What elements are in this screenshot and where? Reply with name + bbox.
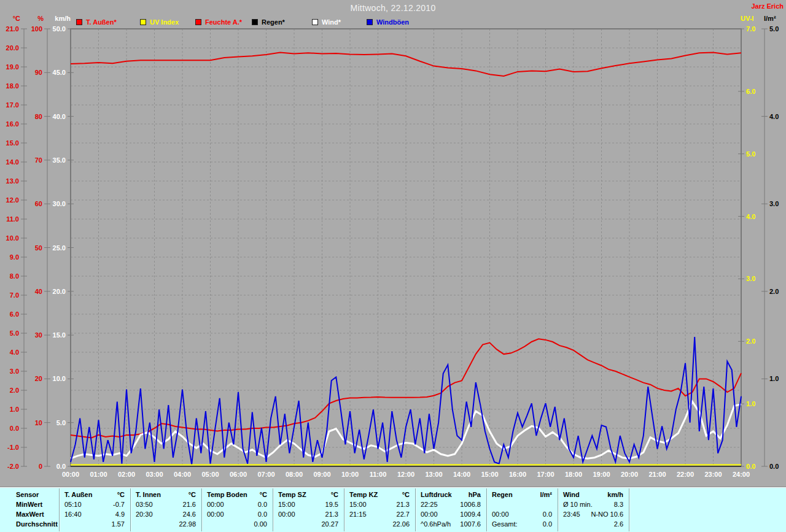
uv-tick-label: 1.0 bbox=[746, 400, 755, 407]
wind-tick-label: 30.0 bbox=[53, 200, 66, 207]
x-axis-label: 09:00 bbox=[313, 471, 330, 478]
column-unit: °C bbox=[131, 491, 196, 499]
x-axis-label: 15:00 bbox=[481, 471, 498, 478]
x-axis-label: 00:00 bbox=[62, 471, 79, 478]
wind-tick-label: 5.0 bbox=[56, 419, 66, 426]
wind-tick-label: 35.0 bbox=[53, 156, 66, 164]
temp-tick-label: 3.0 bbox=[10, 368, 19, 375]
temp-tick-label: 7.0 bbox=[10, 291, 19, 299]
value-number: 0.0 bbox=[202, 511, 267, 519]
temp-tick-label: 12.0 bbox=[6, 196, 19, 204]
hum-tick-label: 10 bbox=[35, 419, 42, 426]
hum-tick-label: 50 bbox=[35, 244, 42, 252]
value-number: 0.0 bbox=[487, 511, 552, 519]
row-header: Sensor bbox=[16, 491, 39, 499]
column-unit: km/h bbox=[558, 491, 623, 499]
value-number: 21.3 bbox=[273, 511, 338, 519]
hum-tick-label: 0 bbox=[39, 463, 42, 470]
wind-tick-label: 40.0 bbox=[53, 113, 66, 120]
temp-tick-label: 9.0 bbox=[10, 253, 19, 261]
value-number: 24.6 bbox=[131, 511, 196, 519]
wind-tick-label: 10.0 bbox=[53, 375, 66, 382]
x-axis-label: 16:00 bbox=[509, 471, 526, 478]
temp-tick-label: 19.0 bbox=[6, 63, 19, 71]
temp-tick-label: 8.0 bbox=[10, 272, 19, 280]
temp-tick-label: 5.0 bbox=[10, 330, 19, 337]
value-number: 1006.8 bbox=[416, 501, 481, 509]
uv-tick-label: 0.0 bbox=[746, 463, 755, 470]
temp-tick-label: 1.0 bbox=[10, 406, 19, 413]
column-unit: °C bbox=[60, 491, 125, 499]
x-axis-label: 12:00 bbox=[397, 471, 414, 478]
temp-tick-label: 10.0 bbox=[6, 234, 19, 242]
x-axis-label: 06:00 bbox=[230, 471, 247, 478]
column-unit: °C bbox=[202, 491, 267, 499]
x-axis-label: 11:00 bbox=[370, 471, 387, 478]
hum-tick-label: 40 bbox=[35, 288, 42, 295]
x-axis-label: 22:00 bbox=[677, 471, 694, 478]
temp-tick-label: 17.0 bbox=[6, 101, 19, 109]
value-number: 1009.4 bbox=[416, 511, 481, 519]
temp-tick-label: 20.0 bbox=[6, 44, 19, 52]
x-axis-label: 21:00 bbox=[648, 471, 666, 478]
value-number: N-NO 10.6 bbox=[558, 511, 623, 519]
x-axis-label: 02:00 bbox=[118, 471, 135, 478]
uv-tick-label: 5.0 bbox=[746, 150, 755, 158]
value-number: 20.27 bbox=[273, 520, 338, 528]
row-header: MaxWert bbox=[16, 511, 44, 519]
weather-chart: -2.0-1.00.01.02.03.04.05.06.07.08.09.010… bbox=[0, 0, 786, 485]
x-axis-label: 10:00 bbox=[341, 471, 359, 478]
temp-tick-label: 6.0 bbox=[10, 310, 19, 318]
x-axis-label: 18:00 bbox=[565, 471, 582, 478]
column-unit: hPa bbox=[416, 491, 481, 499]
column-unit: °C bbox=[273, 491, 338, 499]
table-column-divider bbox=[629, 488, 630, 531]
value-number: 1007.6 bbox=[416, 520, 481, 528]
temp-tick-label: 21.0 bbox=[6, 25, 19, 33]
uv-tick-label: 3.0 bbox=[746, 275, 755, 282]
temp-tick-label: 2.0 bbox=[10, 387, 19, 394]
temp-tick-label: 16.0 bbox=[6, 120, 19, 128]
x-axis-label: 04:00 bbox=[174, 471, 191, 478]
rain-tick-label: 3.0 bbox=[769, 200, 779, 207]
hum-tick-label: 100 bbox=[31, 25, 42, 33]
hum-tick-label: 90 bbox=[35, 69, 42, 76]
x-axis-label: 14:00 bbox=[453, 471, 470, 478]
uv-tick-label: 7.0 bbox=[746, 25, 755, 33]
value-number: 2.6 bbox=[558, 520, 623, 528]
wind-tick-label: 45.0 bbox=[53, 69, 66, 76]
value-number: 19.5 bbox=[273, 501, 338, 509]
column-unit: °C bbox=[344, 491, 410, 499]
temp-tick-label: -1.0 bbox=[7, 444, 19, 451]
x-axis-label: 01:00 bbox=[90, 471, 107, 478]
series-hum-line bbox=[71, 53, 741, 77]
x-axis-label: 05:00 bbox=[201, 471, 219, 478]
row-header: MinWert bbox=[16, 501, 42, 509]
hum-tick-label: 30 bbox=[35, 331, 42, 339]
temp-tick-label: 15.0 bbox=[6, 139, 19, 147]
value-number: 4.9 bbox=[60, 511, 125, 519]
uv-tick-label: 2.0 bbox=[746, 337, 755, 345]
value-number: 1.57 bbox=[60, 520, 125, 528]
value-number: 21.3 bbox=[344, 501, 410, 509]
rain-tick-label: 1.0 bbox=[769, 375, 779, 382]
wind-tick-label: 50.0 bbox=[53, 25, 66, 33]
rain-tick-label: 5.0 bbox=[769, 25, 779, 33]
temp-tick-label: 0.0 bbox=[10, 425, 19, 432]
hum-tick-label: 60 bbox=[35, 200, 42, 207]
value-number: 0.0 bbox=[202, 501, 267, 509]
temp-tick-label: 18.0 bbox=[6, 82, 19, 90]
rain-tick-label: 4.0 bbox=[769, 113, 779, 120]
value-number: 22.7 bbox=[344, 511, 410, 519]
value-number: 21.6 bbox=[131, 501, 196, 509]
weather-app-window: Jarz Erich Mittwoch, 22.12.2010 T. Außen… bbox=[0, 0, 786, 532]
x-axis-label: 19:00 bbox=[593, 471, 610, 478]
rain-tick-label: 2.0 bbox=[769, 288, 779, 295]
wind-tick-label: 25.0 bbox=[53, 244, 66, 252]
rain-tick-label: 0.0 bbox=[769, 463, 779, 470]
x-axis-label: 17:00 bbox=[537, 471, 554, 478]
value-number: 22.06 bbox=[344, 520, 410, 528]
uv-tick-label: 6.0 bbox=[746, 88, 755, 95]
temp-tick-label: 13.0 bbox=[6, 177, 19, 185]
value-number: 0.00 bbox=[202, 520, 267, 528]
